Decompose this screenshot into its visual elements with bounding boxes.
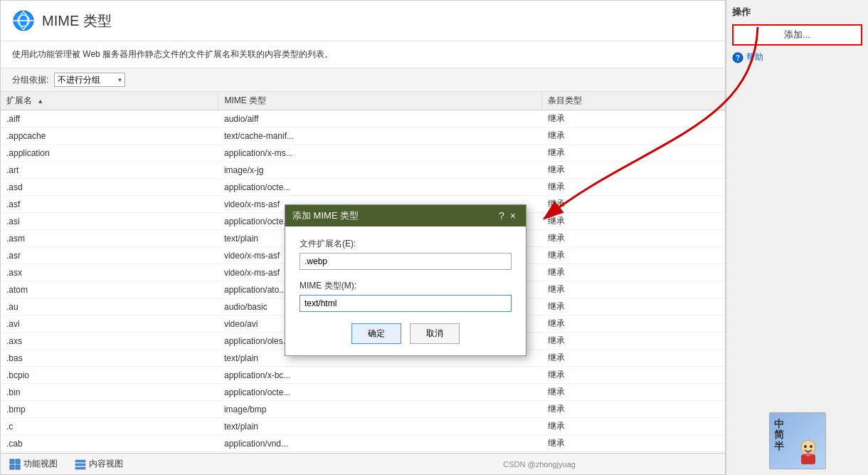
ext-input[interactable] <box>300 253 512 270</box>
mime-label: MIME 类型(M): <box>300 280 512 292</box>
dialog-titlebar: 添加 MIME 类型 ? × <box>285 205 526 226</box>
dialog-body: 文件扩展名(E): MIME 类型(M): 确定 取消 <box>285 226 526 355</box>
avatar-icon <box>794 437 822 466</box>
sidebar: 操作 添加... ? 帮助 中简半 <box>726 0 868 475</box>
dialog-buttons: 确定 取消 <box>300 323 512 344</box>
svg-point-16 <box>806 452 810 456</box>
help-label: 帮助 <box>746 51 763 63</box>
avatar-text: 中简半 <box>774 419 784 451</box>
add-mime-dialog: 添加 MIME 类型 ? × 文件扩展名(E): MIME 类型(M): 确定 … <box>285 204 526 356</box>
dialog-close-button[interactable]: × <box>507 210 519 221</box>
help-btn[interactable]: ? 帮助 <box>732 51 862 63</box>
avatar-box: 中简半 <box>769 412 826 469</box>
ok-button[interactable]: 确定 <box>351 323 401 344</box>
cancel-button[interactable]: 取消 <box>410 323 460 344</box>
svg-point-14 <box>810 445 813 448</box>
help-circle-icon: ? <box>732 52 743 63</box>
svg-text:?: ? <box>736 54 740 62</box>
dialog-help-button[interactable]: ? <box>496 210 507 221</box>
ext-label: 文件扩展名(E): <box>300 238 512 250</box>
dialog-title: 添加 MIME 类型 <box>292 209 496 222</box>
dialog-overlay: 添加 MIME 类型 ? × 文件扩展名(E): MIME 类型(M): 确定 … <box>1 1 725 474</box>
ext-field: 文件扩展名(E): <box>300 238 512 270</box>
mime-input[interactable] <box>300 295 512 312</box>
add-button[interactable]: 添加... <box>732 24 862 46</box>
svg-point-13 <box>804 445 807 448</box>
sidebar-title: 操作 <box>732 6 862 19</box>
avatar-area: 中简半 <box>732 412 862 469</box>
mime-field: MIME 类型(M): <box>300 280 512 312</box>
